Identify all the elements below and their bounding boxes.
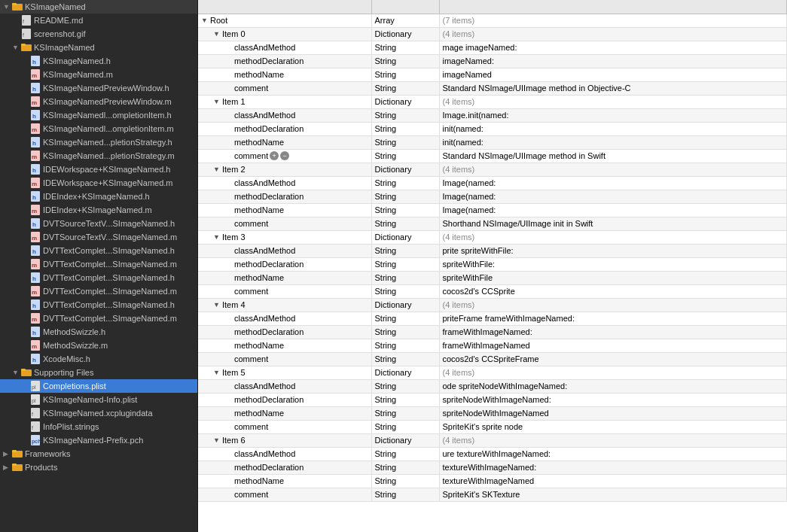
table-row[interactable]: classAndMethodStringode spriteNodeWithIm…	[198, 379, 787, 393]
sidebar-item-products[interactable]: ▶Products	[0, 461, 197, 474]
sidebar-item-label: KSImageNamed	[34, 43, 95, 52]
expand-arrow[interactable]: ▼	[213, 369, 222, 376]
sidebar-item-label: KSImageNamed.h	[43, 56, 111, 65]
plist-key-text: methodDeclaration	[234, 260, 304, 269]
expand-arrow[interactable]: ▼	[213, 98, 222, 105]
table-row[interactable]: methodDeclarationString frameWithImageNa…	[198, 325, 787, 339]
sidebar-item-dvttextcompl3[interactable]: hDVTTextComplet...SImageNamed.h	[0, 271, 197, 284]
table-row[interactable]: ▼Item 1Dictionary(4 items)	[198, 95, 787, 108]
table-row[interactable]: methodNameStringImage(named:	[198, 203, 787, 217]
sidebar-item-readme[interactable]: fREADME.md	[0, 14, 197, 27]
sidebar-item-ksimagenamed-prefix[interactable]: pchKSImageNamed-Prefix.pch	[0, 433, 197, 447]
svg-text:h: h	[32, 330, 36, 336]
plist-type-cell: Dictionary	[371, 433, 439, 447]
remove-item-button[interactable]: −	[280, 151, 289, 160]
h-icon: h	[30, 354, 41, 364]
sidebar-item-ksimagenamedpreviewwindow-m[interactable]: mKSImageNamedPreviewWindow.m	[0, 95, 197, 108]
sidebar-item-ideworkspace1[interactable]: hIDEWorkspace+KSImageNamed.h	[0, 163, 197, 176]
sidebar-item-ksimagenamed-h[interactable]: hKSImageNamed.h	[0, 54, 197, 68]
table-row[interactable]: classAndMethodStringImage(named:	[198, 176, 787, 190]
sidebar-item-infoplist-strings[interactable]: fInfoPlist.strings	[0, 420, 197, 433]
sidebar-item-dvtsourcetext1[interactable]: hDVTSourceTextV...SImageNamed.h	[0, 217, 197, 230]
sidebar-item-label: IDEIndex+KSImageNamed.h	[43, 192, 150, 201]
table-row[interactable]: methodDeclarationString init(named:	[198, 122, 787, 135]
add-item-button[interactable]: +	[270, 151, 279, 160]
sidebar-item-ksimagenamedcompl2[interactable]: mKSImageNamedl...ompletionItem.m	[0, 122, 197, 135]
sidebar-item-screenshot[interactable]: fscreenshot.gif	[0, 27, 197, 41]
sidebar-item-methodswizzle2[interactable]: mMethodSwizzle.m	[0, 339, 197, 352]
table-row[interactable]: classAndMethodStringprite spriteWithFile…	[198, 244, 787, 257]
sidebar-item-label: DVTTextComplet...SImageNamed.m	[43, 260, 177, 269]
sidebar-item-ksimagenamed-xcplugindata[interactable]: fKSImageNamed.xcplugindata	[0, 406, 197, 420]
sidebar-item-methodswizzle1[interactable]: hMethodSwizzle.h	[0, 325, 197, 339]
table-row[interactable]: methodDeclarationString spriteNodeWithIm…	[198, 393, 787, 406]
expand-arrow[interactable]: ▼	[213, 30, 222, 38]
table-row[interactable]: methodDeclarationString spriteWithFile:	[198, 257, 787, 271]
expand-arrow[interactable]: ▼	[213, 436, 222, 444]
table-row[interactable]: commentStringSpriteKit's sprite node	[198, 420, 787, 433]
table-row[interactable]: ▼Item 6Dictionary(4 items)	[198, 433, 787, 447]
sidebar-item-xcodemisc[interactable]: hXcodeMisc.h	[0, 352, 197, 366]
sidebar-item-dvttextcompl6[interactable]: mDVTTextComplet...SImageNamed.m	[0, 312, 197, 325]
table-row[interactable]: commentStringStandard NSImage/UIImage me…	[198, 81, 787, 95]
table-row[interactable]: ▼Item 0Dictionary(4 items)	[198, 27, 787, 41]
table-row[interactable]: commentStringcocos2d's CCSpriteFrame	[198, 352, 787, 366]
plist-value-cell: cocos2d's CCSpriteFrame	[439, 352, 787, 366]
sidebar-item-dvttextcompl4[interactable]: mDVTTextComplet...SImageNamed.m	[0, 284, 197, 298]
expand-arrow[interactable]: ▼	[213, 301, 222, 309]
table-row[interactable]: methodDeclarationStringImage(named:	[198, 190, 787, 203]
folder-icon	[12, 462, 23, 473]
sidebar-item-dvttextcompl1[interactable]: hDVTTextComplet...SImageNamed.h	[0, 244, 197, 257]
sidebar-item-root-ksimagenamed[interactable]: ▼KSImageNamed	[0, 0, 197, 14]
table-row[interactable]: methodNameStringspriteNodeWithImageNamed	[198, 406, 787, 420]
sidebar-item-ksimagenamedpreviewwindow-h[interactable]: hKSImageNamedPreviewWindow.h	[0, 81, 197, 95]
sidebar-item-label: KSImageNamed-Prefix.pch	[43, 436, 143, 445]
table-row[interactable]: ▼Item 3Dictionary(4 items)	[198, 230, 787, 244]
table-row[interactable]: ▼RootArray(7 items)	[198, 14, 787, 27]
table-row[interactable]: classAndMethodStringImage.init(named:	[198, 108, 787, 122]
sidebar-item-dvttextcompl5[interactable]: hDVTTextComplet...SImageNamed.h	[0, 298, 197, 312]
sidebar-item-frameworks[interactable]: ▶Frameworks	[0, 447, 197, 461]
table-row[interactable]: ▼Item 4Dictionary(4 items)	[198, 298, 787, 312]
sidebar-item-ksimagenamedstrat1[interactable]: hKSImageNamed...pletionStrategy.h	[0, 135, 197, 149]
plist-value-cell: ure textureWithImageNamed:	[439, 447, 787, 461]
plist-key-text: comment	[234, 287, 268, 296]
table-row[interactable]: methodNameStringspriteWithFile	[198, 271, 787, 284]
table-row[interactable]: ▼Item 5Dictionary(4 items)	[198, 366, 787, 379]
table-row[interactable]: classAndMethodStringpriteFrame frameWith…	[198, 312, 787, 325]
table-row[interactable]: comment+−StringStandard NSImage/UIImage …	[198, 149, 787, 163]
table-row[interactable]: ▼Item 2Dictionary(4 items)	[198, 163, 787, 176]
sidebar-item-ideworkspace2[interactable]: mIDEWorkspace+KSImageNamed.m	[0, 176, 197, 190]
table-row[interactable]: commentStringSpriteKit's SKTexture	[198, 488, 787, 501]
table-row[interactable]: methodNameStringtextureWithImageNamed	[198, 474, 787, 488]
sidebar-item-dvtsourcetext2[interactable]: mDVTSourceTextV...SImageNamed.m	[0, 230, 197, 244]
table-row[interactable]: commentStringShorthand NSImage/UIImage i…	[198, 217, 787, 230]
sidebar-item-ksimagenamedcompl1[interactable]: hKSImageNamedl...ompletionItem.h	[0, 108, 197, 122]
sidebar-item-completions-plist[interactable]: plCompletions.plist	[0, 379, 197, 393]
sidebar-item-ideindex2[interactable]: mIDEIndex+KSImageNamed.m	[0, 203, 197, 217]
sidebar-item-supporting-files[interactable]: ▼Supporting Files	[0, 366, 197, 379]
expand-arrow[interactable]: ▼	[213, 166, 222, 173]
sidebar-item-label: KSImageNamed	[25, 2, 86, 11]
sidebar-item-ksimagenamedstrat2[interactable]: mKSImageNamed...pletionStrategy.m	[0, 149, 197, 163]
sidebar-item-ksimagenamed-group[interactable]: ▼KSImageNamed	[0, 41, 197, 54]
plist-value-cell: (4 items)	[439, 366, 787, 379]
plist-key-cell: methodDeclaration	[198, 54, 371, 68]
expand-arrow[interactable]: ▼	[213, 233, 222, 241]
table-row[interactable]: classAndMethodStringmage imageNamed:	[198, 41, 787, 54]
sidebar-item-ksimagenamed-info[interactable]: plKSImageNamed-Info.plist	[0, 393, 197, 406]
table-row[interactable]: methodNameStringimageNamed	[198, 68, 787, 81]
table-row[interactable]: commentStringcocos2d's CCSprite	[198, 284, 787, 298]
table-row[interactable]: classAndMethodStringure textureWithImage…	[198, 447, 787, 461]
table-row[interactable]: methodNameStringframeWithImageNamed	[198, 339, 787, 352]
sidebar-item-label: MethodSwizzle.h	[43, 327, 105, 336]
sidebar-item-ksimagenamed-m[interactable]: mKSImageNamed.m	[0, 68, 197, 81]
expand-arrow[interactable]: ▼	[201, 17, 210, 24]
table-row[interactable]: methodNameString init(named:	[198, 135, 787, 149]
table-row[interactable]: methodDeclarationString imageNamed:	[198, 54, 787, 68]
sidebar-item-dvttextcompl2[interactable]: mDVTTextComplet...SImageNamed.m	[0, 257, 197, 271]
h-icon: h	[30, 83, 41, 93]
table-row[interactable]: methodDeclarationString textureWithImage…	[198, 461, 787, 474]
plist-type-cell: String	[371, 257, 439, 271]
sidebar-item-ideindex1[interactable]: hIDEIndex+KSImageNamed.h	[0, 190, 197, 203]
